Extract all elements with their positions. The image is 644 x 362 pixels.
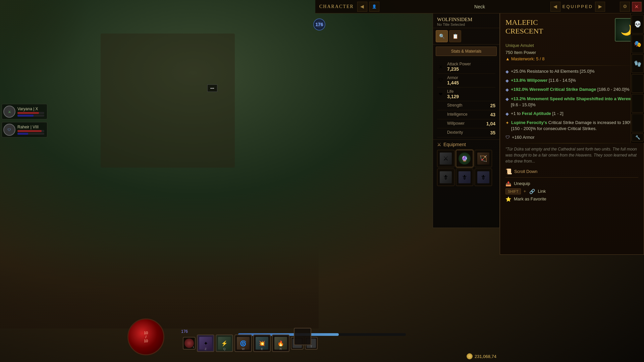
char-panel-title: CHARACTER ◀ 👤 <box>315 2 550 12</box>
attack-power-icon: ⚔ <box>437 63 444 70</box>
party-health-bar-2 <box>17 130 44 132</box>
search-icon: 🔍 <box>439 34 445 39</box>
skill-slot-5[interactable]: 🔥 R <box>272 335 289 352</box>
stats-materials-btn[interactable]: Stats & Materials <box>436 47 497 56</box>
star-icon: ✦ <box>505 120 509 126</box>
gold-amount: 231,068,74 <box>475 354 496 359</box>
neck-label-area: Neck <box>474 0 485 13</box>
divider-1 <box>505 65 638 66</box>
right-slot-hands[interactable]: 🧤 <box>632 54 644 73</box>
stat-strength-info: Strength 25 <box>437 103 495 108</box>
favorite-icon: ⭐ <box>505 196 511 202</box>
top-nav-right: ⚙ ⛶ ✕ <box>619 2 643 12</box>
unequip-action[interactable]: 📤 Unequip <box>505 181 638 186</box>
masterwork-label: Masterwork: 5 / 8 <box>511 56 545 61</box>
party-member-1[interactable]: ⚔ Varyana | X <box>2 104 47 119</box>
close-panel-btn[interactable]: ✕ <box>632 2 641 11</box>
party-mana-fill-1 <box>17 115 34 117</box>
health-slash: / <box>145 335 146 339</box>
potion-slot[interactable]: 1 <box>183 337 196 350</box>
right-slot-empty-3[interactable] <box>632 114 644 132</box>
party-avatar-1: ⚔ <box>3 106 15 118</box>
masterwork: ▲ Masterwork: 5 / 8 <box>505 56 638 61</box>
item-stat-1-text: +25.0% Resistance to All Elements [25.0]… <box>511 68 595 74</box>
favorite-action[interactable]: ⭐ Mark as Favorite <box>505 196 638 202</box>
stat-strength-value: 25 <box>490 103 495 108</box>
equip-slot-5[interactable]: 🗡 <box>456 169 473 186</box>
skill-slot-1[interactable]: ✦ Z <box>197 335 214 352</box>
party-health-bar-1 <box>17 112 44 114</box>
divider-2 <box>505 143 638 143</box>
settings-btn[interactable]: ⚙ <box>620 2 630 12</box>
char-nav-buttons: ◀ 👤 <box>357 2 380 12</box>
char-tab-book[interactable]: 📋 <box>449 30 461 42</box>
skill-slot-4[interactable]: 💥 E <box>253 335 271 352</box>
health-max: 10 <box>144 339 148 343</box>
char-prev-btn[interactable]: ◀ <box>357 2 367 12</box>
stat-attack-power: ⚔ Attack Power 7,235 <box>437 60 495 74</box>
char-tabs: 🔍 📋 <box>433 28 499 45</box>
party-health-fill-2 <box>17 130 42 132</box>
plus-sign: + <box>524 189 526 194</box>
party-member-2[interactable]: 🛡 Raheir | VIII <box>2 122 47 137</box>
item-name-section: MALEFIC CRESCENT 🌙 <box>505 18 638 42</box>
diamond-icon-4: ◆ <box>505 96 509 102</box>
item-stat-4: ◆ +13.2% Movement Speed while Shapeshift… <box>505 96 638 108</box>
party-mana-bar-1 <box>17 115 44 117</box>
right-slots-panel: 💀 🎭 🧤 🔧 <box>631 13 644 143</box>
item-stat-2: ◆ +13.8% Willpower [11.6 - 14.5]% <box>505 77 638 84</box>
unequip-icon: 📤 <box>505 181 511 186</box>
health-orb: 10 / 10 <box>127 318 164 355</box>
stat-willpower-name: Willpower <box>447 121 465 126</box>
right-slot-empty-2[interactable] <box>632 94 644 113</box>
equip-slot-6[interactable]: 🗡 <box>475 169 492 186</box>
lupine-text: Lupine Ferocity's Critical Strike Damage… <box>511 120 638 132</box>
char-tab-search[interactable]: 🔍 <box>436 30 448 42</box>
equip-slot-weapon-left[interactable]: ⚔ <box>437 150 454 167</box>
skill-slot-2[interactable]: ⚡ Q <box>216 335 233 352</box>
party-name-2: Raheir | VIII <box>17 125 44 129</box>
equipment-header: ⚔ Equipment <box>437 142 495 147</box>
life-icon: ❤ <box>437 90 444 98</box>
party-panel: ⚔ Varyana | X 🛡 Raheir | VIII <box>2 104 47 137</box>
party-mana-fill-2 <box>17 133 28 135</box>
stat-int-value: 43 <box>490 112 495 117</box>
right-slot-empty-1[interactable] <box>632 74 644 93</box>
char-name-area: WOLFINSIDEM No Title Selected <box>433 13 499 28</box>
right-slot-head[interactable]: 💀 <box>632 15 644 34</box>
equipped-next-btn[interactable]: ▶ <box>595 2 605 12</box>
item-stat-1: ◆ +25.0% Resistance to All Elements [25.… <box>505 68 638 75</box>
bottom-right-slot[interactable] <box>294 328 311 345</box>
top-nav: CHARACTER ◀ 👤 Neck ◀ EQUIPPED ▶ ⚙ ⛶ ✕ <box>315 0 644 13</box>
stat-dexterity: Dexterity 35 <box>437 128 495 137</box>
item-tooltip-panel: MALEFIC CRESCENT 🌙 Unique Amulet 750 Ite… <box>500 13 644 255</box>
right-slot-tool[interactable]: 🔧 <box>632 133 644 141</box>
equip-slot-3[interactable]: 🏹 <box>475 150 492 167</box>
favorite-label: Mark as Favorite <box>514 196 546 201</box>
item-stat-5-text: +1 to Feral Aptitude [1 - 2] <box>511 111 564 117</box>
party-mana-bar-2 <box>17 133 44 135</box>
link-action[interactable]: SHIFT + 🔗 Link <box>505 188 638 194</box>
stat-dexterity-value: 35 <box>490 130 495 135</box>
equip-row-1: ⚔ 🔮 🏹 <box>437 150 495 167</box>
equipped-nav: ◀ EQUIPPED ▶ <box>550 2 619 12</box>
scroll-down-label: Scroll Down <box>514 169 537 174</box>
equip-slot-amulet[interactable]: 🔮 <box>456 150 473 167</box>
right-slot-chest[interactable]: 🎭 <box>632 35 644 53</box>
item-stat-5: ◆ +1 to Feral Aptitude [1 - 2] <box>505 111 638 117</box>
item-type: Unique Amulet <box>505 43 638 48</box>
stat-life-name: Life <box>447 89 495 94</box>
char-icon-btn[interactable]: 👤 <box>369 2 379 12</box>
equip-slot-4[interactable]: 🗡 <box>437 169 454 186</box>
skill-slot-3[interactable]: 🌀 W <box>234 335 252 352</box>
book-icon: 📋 <box>452 34 458 39</box>
scroll-down-btn[interactable]: 📜 Scroll Down <box>505 168 638 175</box>
equipped-prev-btn[interactable]: ◀ <box>550 2 560 12</box>
masterwork-triangle-icon: ▲ <box>505 56 510 61</box>
gold-icon <box>467 353 473 359</box>
chat-indicator: ••• <box>207 84 217 92</box>
stat-attack-name: Attack Power <box>447 62 495 66</box>
char-subtitle: No Title Selected <box>437 22 495 26</box>
party-health-fill-1 <box>17 112 39 114</box>
item-armor-bonus: 🛡 +160 Armor <box>505 135 638 140</box>
